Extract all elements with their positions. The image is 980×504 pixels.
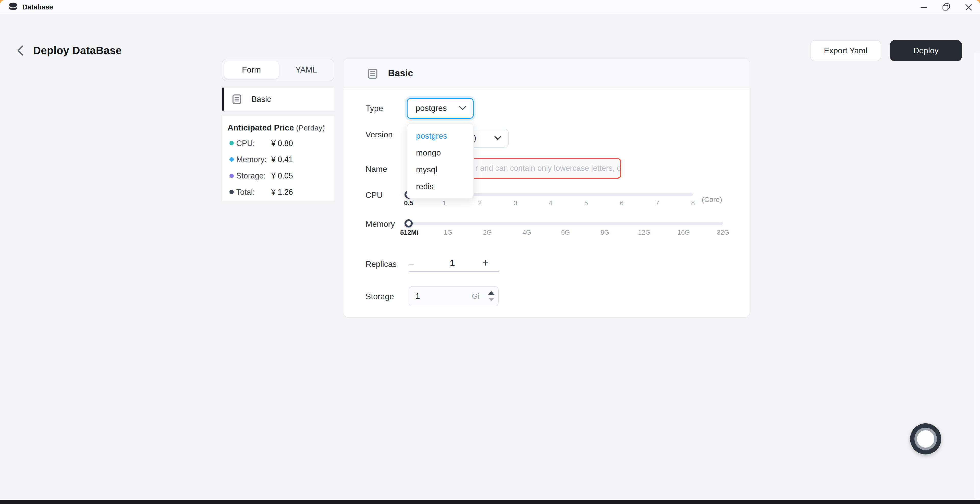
close-button[interactable] — [958, 0, 980, 14]
memory-slider-track[interactable] — [409, 222, 723, 225]
cpu-tick[interactable]: 6 — [620, 199, 624, 207]
replicas-underline — [409, 271, 499, 272]
version-label: Version — [366, 130, 393, 139]
app-title: Database — [22, 0, 53, 14]
memory-tick[interactable]: 1G — [444, 229, 452, 236]
sidebar-item-basic[interactable]: Basic — [222, 88, 334, 111]
sidebar-item-label: Basic — [251, 94, 271, 104]
storage-decrement-arrow[interactable] — [488, 298, 494, 301]
price-row-memory: Memory: ¥ 0.41 — [222, 155, 334, 164]
memory-tick[interactable]: 4G — [522, 229, 531, 236]
cpu-tick[interactable]: 3 — [514, 199, 517, 207]
memory-tick[interactable]: 16G — [677, 229, 690, 236]
card-header: Basic — [344, 59, 749, 88]
memory-dot — [229, 157, 234, 162]
dropdown-option-redis[interactable]: redis — [407, 178, 473, 195]
cpu-unit: (Core) — [702, 196, 722, 204]
memory-slider-thumb[interactable] — [404, 219, 413, 228]
replicas-value: 1 — [444, 258, 461, 268]
anticipated-price-panel: Anticipated Price (Perday) CPU: ¥ 0.80 M… — [222, 116, 334, 201]
price-row-total: Total: ¥ 1.26 — [222, 188, 334, 196]
minimize-button[interactable] — [913, 0, 935, 14]
cpu-tick[interactable]: 2 — [478, 199, 482, 207]
replicas-label: Replicas — [366, 259, 396, 269]
price-row-cpu: CPU: ¥ 0.80 — [222, 139, 334, 148]
floating-assistant-button[interactable] — [910, 423, 941, 455]
type-select-value: postgres — [416, 99, 447, 118]
replicas-decrease-button[interactable]: – — [409, 258, 425, 269]
back-icon[interactable] — [16, 45, 25, 56]
restore-button[interactable] — [935, 0, 958, 14]
memory-tick[interactable]: 6G — [561, 229, 570, 236]
export-yaml-button[interactable]: Export Yaml — [810, 40, 881, 61]
restore-icon — [942, 3, 950, 11]
dropdown-option-mysql[interactable]: mysql — [407, 161, 473, 178]
storage-value: 1 — [415, 287, 420, 305]
price-title-main: Anticipated Price — [228, 123, 294, 132]
cpu-tick[interactable]: 1 — [442, 199, 446, 207]
replicas-increase-button[interactable]: + — [482, 257, 499, 268]
type-select[interactable]: postgres — [407, 98, 474, 119]
cpu-tick[interactable]: 4 — [549, 199, 552, 207]
chevron-down-icon — [459, 106, 466, 110]
type-dropdown-menu: postgres mongo mysql redis — [407, 123, 474, 199]
price-title-sub: (Perday) — [296, 124, 325, 132]
page-header: Deploy DataBase Export Yaml Deploy — [0, 14, 980, 58]
cpu-tick[interactable]: 0.5 — [404, 199, 413, 207]
tab-form[interactable]: Form — [224, 61, 279, 79]
close-icon — [965, 4, 972, 11]
minimize-icon — [920, 4, 927, 11]
document-icon — [232, 94, 241, 104]
cpu-tick[interactable]: 5 — [584, 199, 588, 207]
memory-label: Memory — [366, 219, 395, 229]
dropdown-option-postgres[interactable]: postgres — [407, 128, 473, 144]
name-label: Name — [366, 164, 387, 174]
total-dot — [229, 190, 234, 194]
storage-dot — [229, 174, 234, 178]
dropdown-option-mongo[interactable]: mongo — [407, 144, 473, 161]
document-icon — [368, 69, 377, 79]
memory-tick[interactable]: 512Mi — [400, 229, 418, 236]
deploy-button[interactable]: Deploy — [890, 40, 962, 61]
active-indicator — [222, 88, 224, 111]
name-placeholder: r and can contain only lowercase letters… — [475, 159, 620, 177]
scrollbar[interactable] — [974, 53, 980, 500]
cpu-tick[interactable]: 8 — [691, 199, 695, 207]
type-label: Type — [366, 104, 383, 113]
view-mode-tabs: Form YAML — [222, 59, 334, 81]
memory-tick[interactable]: 2G — [483, 229, 492, 236]
storage-unit: Gi — [472, 287, 479, 305]
memory-tick[interactable]: 8G — [600, 229, 609, 236]
price-title: Anticipated Price (Perday) — [228, 123, 325, 132]
page-title: Deploy DataBase — [33, 45, 122, 57]
cpu-tick[interactable]: 7 — [655, 199, 659, 207]
storage-increment-arrow[interactable] — [488, 291, 494, 295]
storage-input[interactable]: 1 Gi — [409, 286, 499, 306]
version-select-value: ) — [473, 129, 476, 147]
memory-tick[interactable]: 32G — [717, 229, 729, 236]
storage-label: Storage — [366, 292, 394, 301]
database-icon — [9, 3, 18, 12]
memory-tick[interactable]: 12G — [638, 229, 651, 236]
section-title: Basic — [388, 68, 413, 79]
bottom-edge-bar — [0, 500, 980, 504]
titlebar: Database — [0, 0, 980, 14]
app-window: Database Deploy DataBase — [0, 0, 980, 504]
basic-form-card: Basic Type postgres Version ) Name r and… — [343, 58, 750, 317]
window-controls — [913, 0, 980, 14]
cpu-dot — [229, 141, 234, 145]
tab-yaml[interactable]: YAML — [279, 59, 334, 80]
chevron-down-icon — [494, 136, 501, 140]
price-row-storage: Storage: ¥ 0.05 — [222, 171, 334, 180]
cpu-label: CPU — [366, 190, 383, 200]
